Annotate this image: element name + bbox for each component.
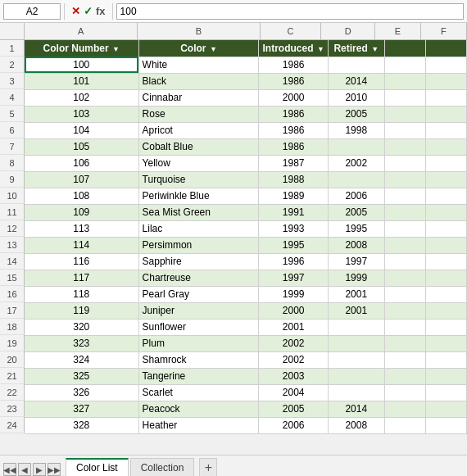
row-num-7[interactable]: 7 — [0, 138, 25, 155]
cell-r5-c1[interactable]: 103 — [25, 106, 138, 122]
row-num-18[interactable]: 18 — [0, 319, 25, 335]
cell-r7-c6[interactable] — [425, 138, 466, 155]
cell-r17-c5[interactable] — [384, 302, 425, 319]
cell-r11-c5[interactable] — [384, 204, 425, 220]
cell-r18-c2[interactable]: Sunflower — [138, 319, 259, 335]
cell-r17-c4[interactable]: 2001 — [328, 302, 384, 319]
cell-r10-c1[interactable]: 108 — [25, 188, 138, 204]
cell-r7-c1[interactable]: 105 — [25, 138, 138, 155]
cell-r12-c3[interactable]: 1993 — [259, 220, 328, 237]
cell-r2-c3[interactable]: 1986 — [259, 57, 328, 73]
cell-r18-c1[interactable]: 320 — [25, 319, 138, 335]
cell-r5-c3[interactable]: 1986 — [259, 106, 328, 122]
cell-r23-c4[interactable]: 2014 — [328, 401, 384, 417]
cell-r5-c4[interactable]: 2005 — [328, 106, 384, 122]
cell-r9-c4[interactable] — [328, 171, 384, 188]
cell-r21-c3[interactable]: 2003 — [259, 368, 328, 384]
cell-r14-c4[interactable]: 1997 — [328, 253, 384, 270]
row-num-1[interactable]: 1 — [0, 40, 25, 57]
cell-r13-c1[interactable]: 114 — [25, 237, 138, 253]
cell-r6-c3[interactable]: 1986 — [259, 122, 328, 138]
tab-color-list[interactable]: Color List — [66, 458, 129, 476]
row-num-21[interactable]: 21 — [0, 368, 25, 384]
cell-r6-c1[interactable]: 104 — [25, 122, 138, 138]
cell-r20-c3[interactable]: 2002 — [259, 351, 328, 368]
cell-r3-c1[interactable]: 101 — [25, 73, 138, 89]
cell-r24-c4[interactable]: 2008 — [328, 417, 384, 433]
cell-r12-c5[interactable] — [384, 220, 425, 237]
cell-r23-c1[interactable]: 327 — [25, 401, 138, 417]
cell-r17-c6[interactable] — [425, 302, 466, 319]
cell-r10-c4[interactable]: 2006 — [328, 188, 384, 204]
cell-r19-c2[interactable]: Plum — [138, 335, 259, 351]
cell-r1-c6[interactable] — [425, 40, 466, 57]
row-num-19[interactable]: 19 — [0, 335, 25, 351]
cell-r2-c1[interactable]: 100 — [25, 57, 138, 73]
cell-r10-c3[interactable]: 1989 — [259, 188, 328, 204]
cell-r1-c4[interactable]: Retired ▼ — [328, 40, 384, 57]
row-num-23[interactable]: 23 — [0, 401, 25, 417]
row-num-17[interactable]: 17 — [0, 302, 25, 319]
cell-r13-c3[interactable]: 1995 — [259, 237, 328, 253]
cell-r6-c5[interactable] — [384, 122, 425, 138]
cell-r21-c4[interactable] — [328, 368, 384, 384]
tab-nav-prev[interactable]: ◀ — [18, 463, 31, 476]
cell-r10-c6[interactable] — [425, 188, 466, 204]
cell-r11-c1[interactable]: 109 — [25, 204, 138, 220]
cell-r4-c1[interactable]: 102 — [25, 89, 138, 106]
cell-r13-c6[interactable] — [425, 237, 466, 253]
row-num-24[interactable]: 24 — [0, 417, 25, 433]
cell-r23-c6[interactable] — [425, 401, 466, 417]
col-header-d[interactable]: D — [321, 23, 374, 39]
name-box[interactable] — [3, 3, 61, 20]
row-num-8[interactable]: 8 — [0, 155, 25, 171]
cell-r6-c2[interactable]: Apricot — [138, 122, 259, 138]
cell-r1-c1[interactable]: Color Number ▼ — [25, 40, 138, 57]
cell-r10-c2[interactable]: Periwinkle Blue — [138, 188, 259, 204]
col-header-a[interactable]: A — [25, 23, 138, 39]
row-num-15[interactable]: 15 — [0, 270, 25, 286]
col-header-f[interactable]: F — [421, 23, 467, 39]
cell-r21-c1[interactable]: 325 — [25, 368, 138, 384]
cell-r24-c3[interactable]: 2006 — [259, 417, 328, 433]
cell-r17-c2[interactable]: Juniper — [138, 302, 259, 319]
cell-r20-c6[interactable] — [425, 351, 466, 368]
cell-r8-c6[interactable] — [425, 155, 466, 171]
cell-r4-c5[interactable] — [384, 89, 425, 106]
cell-r9-c2[interactable]: Turquoise — [138, 171, 259, 188]
add-sheet-button[interactable]: + — [199, 458, 217, 476]
cell-r15-c6[interactable] — [425, 270, 466, 286]
cell-r5-c6[interactable] — [425, 106, 466, 122]
cell-r16-c4[interactable]: 2001 — [328, 286, 384, 302]
cell-r14-c5[interactable] — [384, 253, 425, 270]
row-num-11[interactable]: 11 — [0, 204, 25, 220]
cell-r3-c6[interactable] — [425, 73, 466, 89]
cell-r23-c3[interactable]: 2005 — [259, 401, 328, 417]
cell-r18-c6[interactable] — [425, 319, 466, 335]
cell-r15-c3[interactable]: 1997 — [259, 270, 328, 286]
cancel-icon[interactable]: ✕ — [71, 5, 80, 17]
cell-r24-c6[interactable] — [425, 417, 466, 433]
cell-r9-c1[interactable]: 107 — [25, 171, 138, 188]
cell-r15-c2[interactable]: Chartreuse — [138, 270, 259, 286]
row-num-22[interactable]: 22 — [0, 384, 25, 401]
cell-r15-c1[interactable]: 117 — [25, 270, 138, 286]
cell-r2-c5[interactable] — [384, 57, 425, 73]
cell-r1-c2[interactable]: Color ▼ — [138, 40, 259, 57]
row-num-4[interactable]: 4 — [0, 89, 25, 106]
cell-r24-c5[interactable] — [384, 417, 425, 433]
tab-nav-last[interactable]: ▶▶ — [48, 463, 61, 476]
cell-r22-c6[interactable] — [425, 384, 466, 401]
confirm-icon[interactable]: ✓ — [84, 5, 93, 17]
cell-r16-c2[interactable]: Pearl Gray — [138, 286, 259, 302]
row-num-12[interactable]: 12 — [0, 220, 25, 237]
cell-r19-c6[interactable] — [425, 335, 466, 351]
dropdown-arrow-3[interactable]: ▼ — [315, 45, 324, 53]
cell-r12-c1[interactable]: 113 — [25, 220, 138, 237]
cell-r8-c2[interactable]: Yellow — [138, 155, 259, 171]
cell-r22-c5[interactable] — [384, 384, 425, 401]
dropdown-arrow-1[interactable]: ▼ — [111, 45, 120, 53]
cell-r7-c2[interactable]: Cobalt Blue — [138, 138, 259, 155]
cell-r15-c5[interactable] — [384, 270, 425, 286]
cell-r4-c2[interactable]: Cinnabar — [138, 89, 259, 106]
